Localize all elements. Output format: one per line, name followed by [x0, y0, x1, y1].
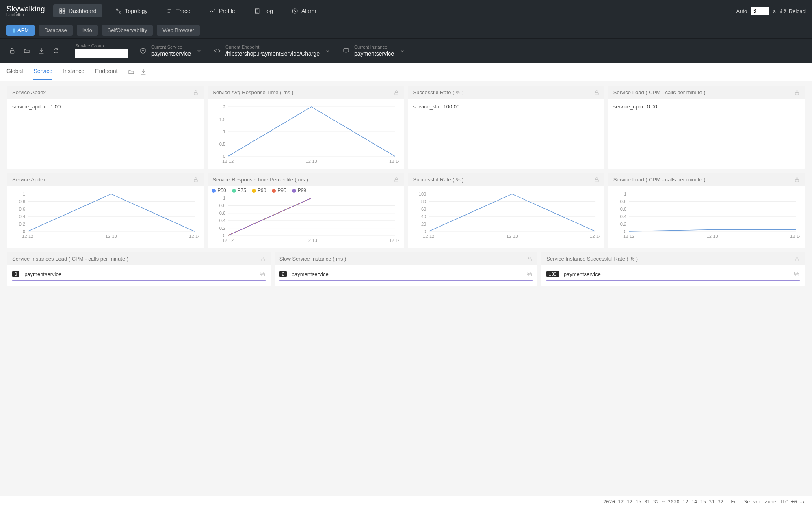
- svg-text:60: 60: [421, 207, 426, 211]
- nav-topology[interactable]: Topology: [110, 4, 154, 17]
- lock-icon[interactable]: [594, 90, 600, 95]
- code-icon: [214, 47, 221, 54]
- svg-text:1: 1: [223, 196, 225, 201]
- copy-icon[interactable]: [259, 271, 266, 277]
- svg-text:12-14: 12-14: [590, 234, 600, 239]
- panel-title: Service Instance Successful Rate ( % ): [546, 256, 638, 262]
- package-icon: [140, 47, 146, 54]
- svg-text:0.2: 0.2: [19, 222, 25, 227]
- service-group-input[interactable]: [75, 49, 128, 58]
- svg-text:0.4: 0.4: [219, 218, 225, 223]
- tab-global[interactable]: Global: [6, 63, 23, 80]
- lock-icon[interactable]: [193, 90, 199, 95]
- svg-rect-8: [10, 50, 14, 53]
- instance-name: paymentservice: [292, 271, 329, 277]
- sla-val: 100.00: [444, 104, 460, 110]
- sla-key: service_sla: [413, 104, 440, 110]
- panel-slow-instance: Slow Service Instance ( ms ) 2 paymentse…: [275, 252, 538, 286]
- subnav-selfobs[interactable]: SelfObservability: [102, 25, 153, 36]
- svg-rect-97: [795, 259, 799, 261]
- instance-name: paymentservice: [24, 271, 61, 277]
- row-bar: [279, 280, 533, 281]
- list-item[interactable]: 100 paymentservice: [546, 270, 800, 278]
- copy-icon[interactable]: [526, 271, 533, 277]
- ctx-current-instance[interactable]: Current Instance paymentservice: [343, 45, 405, 57]
- nav-profile[interactable]: Profile: [204, 4, 241, 17]
- tab-endpoint[interactable]: Endpoint: [95, 63, 117, 80]
- panel-title: Service Apdex: [12, 89, 46, 95]
- download-icon[interactable]: [38, 47, 45, 54]
- reload-label: Reload: [789, 8, 806, 14]
- subnav-webbrowser[interactable]: Web Browser: [157, 25, 200, 36]
- reload-button[interactable]: Reload: [780, 8, 806, 14]
- row-bar: [546, 280, 800, 281]
- lock-icon[interactable]: [794, 177, 800, 183]
- chevron-down-icon: [196, 47, 202, 54]
- lock-icon[interactable]: [394, 90, 399, 95]
- subnav-apm[interactable]: ▮APM: [6, 25, 35, 36]
- list-item[interactable]: 0 paymentservice: [12, 270, 266, 278]
- dashboard: Service Apdex service_apdex1.00 Service …: [0, 81, 812, 291]
- logo-main: Skywalking: [6, 5, 45, 13]
- panel-title: Service Instances Load ( CPM - calls per…: [12, 256, 128, 262]
- apdex-key: service_apdex: [12, 104, 46, 110]
- svg-text:1: 1: [624, 192, 626, 196]
- reload-icon: [780, 8, 786, 14]
- log-icon: [254, 8, 260, 14]
- svg-text:12-13: 12-13: [106, 234, 117, 239]
- current-service-label: Current Service: [151, 45, 191, 50]
- panel-title: Successful Rate ( % ): [413, 89, 464, 95]
- nav-alarm[interactable]: Alarm: [286, 4, 322, 17]
- lock-icon[interactable]: [794, 90, 800, 95]
- list-item[interactable]: 2 paymentservice: [279, 270, 533, 278]
- svg-rect-2: [60, 11, 62, 13]
- lock-icon[interactable]: [594, 177, 600, 183]
- lock-icon[interactable]: [794, 256, 800, 262]
- download-icon[interactable]: [140, 69, 147, 75]
- svg-text:12-14: 12-14: [189, 234, 199, 239]
- svg-text:12-13: 12-13: [506, 234, 518, 239]
- subnav-istio[interactable]: Istio: [77, 25, 98, 36]
- panel-title: Service Apdex: [12, 177, 46, 183]
- badge-value: 2: [279, 271, 287, 277]
- lock-icon[interactable]: [527, 256, 533, 262]
- svg-text:0.8: 0.8: [19, 199, 25, 204]
- panel-service-apdex-chart: Service Apdex 00.20.40.60.8112-1212-1312…: [7, 173, 204, 248]
- svg-text:12-13: 12-13: [306, 159, 317, 164]
- lock-icon[interactable]: [260, 256, 266, 262]
- subnav-database[interactable]: Database: [39, 25, 73, 36]
- chart-avg-rt: 00.511.5212-1212-1312-14: [212, 104, 399, 164]
- ctx-current-endpoint[interactable]: Current Endpoint /hipstershop.PaymentSer…: [214, 45, 331, 57]
- nav-log[interactable]: Log: [248, 4, 279, 17]
- panel-service-load-chart: Service Load ( CPM - calls per minute ) …: [608, 173, 805, 248]
- svg-rect-75: [795, 179, 799, 182]
- topbar-right: Auto s Reload: [736, 7, 806, 15]
- nav-dashboard[interactable]: Dashboard: [53, 4, 102, 17]
- nav-profile-label: Profile: [219, 8, 235, 14]
- svg-text:80: 80: [421, 199, 426, 204]
- nav-trace[interactable]: Trace: [161, 4, 196, 17]
- svg-rect-9: [344, 48, 349, 52]
- svg-text:20: 20: [421, 222, 426, 227]
- svg-text:0: 0: [424, 229, 426, 234]
- subnav: ▮APM Database Istio SelfObservability We…: [0, 22, 812, 38]
- lock-icon[interactable]: [9, 47, 15, 54]
- svg-text:0: 0: [23, 229, 25, 234]
- lock-icon[interactable]: [193, 177, 199, 183]
- auto-interval-input[interactable]: [751, 7, 769, 15]
- tab-service[interactable]: Service: [33, 63, 52, 80]
- tab-instance[interactable]: Instance: [63, 63, 84, 80]
- badge-value: 0: [12, 271, 19, 277]
- refresh-icon[interactable]: [53, 47, 59, 54]
- tabs: Global Service Instance Endpoint: [0, 63, 812, 81]
- svg-rect-59: [595, 179, 598, 182]
- folder-icon[interactable]: [24, 47, 30, 54]
- svg-text:1.5: 1.5: [219, 117, 225, 122]
- copy-icon[interactable]: [793, 271, 800, 277]
- ctx-current-service[interactable]: Current Service paymentservice: [140, 45, 202, 57]
- folder-icon[interactable]: [128, 69, 134, 75]
- chart-apdex: 00.20.40.60.8112-1212-1312-14: [12, 191, 199, 239]
- panel-title: Slow Service Instance ( ms ): [279, 256, 346, 262]
- lock-icon[interactable]: [394, 177, 399, 183]
- svg-text:0.6: 0.6: [620, 207, 626, 211]
